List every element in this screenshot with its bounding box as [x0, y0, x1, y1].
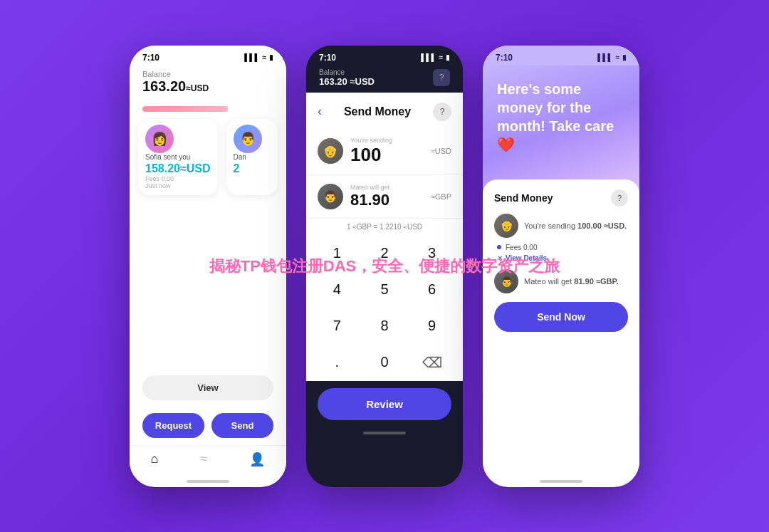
- phone2-time: 7:10: [319, 53, 336, 63]
- you-sending-label: You're sending: [350, 137, 424, 144]
- send-now-button[interactable]: Send Now: [494, 302, 628, 332]
- phone1-status-icons: ▌▌▌ ≈ ▮: [244, 53, 273, 61]
- send-money-title: Send Money: [344, 105, 411, 118]
- wifi-icon: ≈: [263, 53, 267, 61]
- phone3-help-button[interactable]: ?: [611, 189, 628, 207]
- phone3-status-bar: 7:10 ▌▌▌ ≈ ▮: [483, 46, 639, 66]
- phone2-title-bar: ‹ Send Money ?: [306, 93, 463, 128]
- phone1-bottom-btns: Request Send: [130, 406, 286, 445]
- phone3-screen-title: Send Money: [494, 192, 553, 204]
- battery-icon: ▮: [269, 53, 273, 61]
- phone2-home-indicator: [306, 427, 463, 439]
- phone2-status-bar: 7:10 ▌▌▌ ≈ ▮: [306, 46, 463, 66]
- phone2-balance-val: 163.20 ≈USD: [319, 76, 375, 87]
- p2-battery-icon: ▮: [446, 53, 450, 61]
- heart-icon: ❤️: [497, 137, 515, 152]
- key-dot[interactable]: .: [313, 344, 361, 381]
- p2-wifi-icon: ≈: [439, 53, 444, 61]
- phone-2: 7:10 ▌▌▌ ≈ ▮ Balance 163.20 ≈USD ? ‹ Sen…: [306, 46, 463, 487]
- phone1-progress-bar: [142, 106, 228, 112]
- phone2-subheader: Balance 163.20 ≈USD ?: [306, 66, 463, 93]
- phone-3: 7:10 ▌▌▌ ≈ ▮ Here's some money for the m…: [483, 46, 639, 487]
- key-2[interactable]: 2: [361, 235, 409, 271]
- confirm-receive-text: Mateo will get 81.90 ≈GBP.: [524, 277, 618, 286]
- phone2-help-btn[interactable]: ?: [433, 69, 450, 86]
- confirm-receive-row: 👨 Mateo will get 81.90 ≈GBP.: [494, 269, 628, 293]
- send-input-area: You're sending 100: [350, 137, 424, 166]
- phone3-status-icons: ▌▌▌ ≈ ▮: [597, 53, 627, 61]
- fee-dot-icon: [497, 245, 501, 249]
- confirm-header: Send Money ?: [494, 189, 628, 207]
- phone1-home-indicator: [130, 476, 286, 487]
- p3-wifi-icon: ≈: [616, 53, 620, 61]
- phone2-balance-label: Balance: [319, 68, 375, 76]
- sofia-amount: 158.20≈USD: [145, 162, 211, 175]
- home-nav-icon[interactable]: ⌂: [151, 452, 159, 467]
- key-3[interactable]: 3: [408, 235, 456, 271]
- phone1-status-bar: 7:10 ▌▌▌ ≈ ▮: [130, 46, 286, 66]
- key-9[interactable]: 9: [408, 308, 456, 344]
- confirm-sender-avatar: 👴: [494, 214, 518, 238]
- request-button[interactable]: Request: [142, 413, 204, 438]
- p3-battery-icon: ▮: [622, 53, 627, 61]
- p3-signal-icon: ▌▌▌: [597, 53, 612, 61]
- phone3-time: 7:10: [496, 53, 513, 63]
- tx-card-dan: 👨 Dan 2: [226, 119, 278, 195]
- key-4[interactable]: 4: [313, 271, 361, 308]
- confirm-send-row: 👴 You're sending 100.00 ≈USD.: [494, 214, 628, 238]
- phone1-time: 7:10: [142, 53, 159, 63]
- signal-icon: ▌▌▌: [244, 53, 259, 61]
- review-button[interactable]: Review: [318, 388, 451, 420]
- p2-signal-icon: ▌▌▌: [421, 53, 436, 61]
- numpad: 1 2 3 4 5 6 7 8 9 . 0 ⌫: [306, 235, 463, 381]
- sofia-fees: Fees 0.00: [145, 175, 211, 182]
- send-amount[interactable]: 100: [350, 144, 424, 166]
- phone1-view-btn[interactable]: View: [142, 375, 273, 400]
- tx-card-sofia: 👩 Sofia sent you 158.20≈USD Fees 0.00 Ju…: [138, 119, 218, 195]
- key-1[interactable]: 1: [313, 235, 361, 271]
- hero-text: Here's some money for the month! Take ca…: [497, 80, 625, 154]
- sender-avatar: 👴: [318, 138, 343, 164]
- profile-nav-icon[interactable]: 👤: [249, 452, 265, 467]
- key-0[interactable]: 0: [361, 344, 409, 381]
- view-details-label[interactable]: View Details: [506, 254, 547, 262]
- dan-amount: 2: [234, 162, 271, 175]
- confirm-send-text: You're sending 100.00 ≈USD.: [524, 221, 627, 230]
- exchange-nav-icon[interactable]: ≈: [200, 452, 207, 467]
- phone3-hero: Here's some money for the month! Take ca…: [483, 66, 639, 194]
- receive-amount: 81.90: [350, 191, 424, 209]
- sofia-name: Sofia sent you: [145, 153, 211, 161]
- view-details-row[interactable]: ✕ View Details: [494, 254, 628, 262]
- phone1-header: Balance 163.20≈USD: [130, 66, 286, 102]
- fees-text: Fees 0.00: [506, 244, 537, 251]
- key-6[interactable]: 6: [408, 271, 456, 308]
- help-button[interactable]: ?: [433, 103, 451, 121]
- phone2-status-icons: ▌▌▌ ≈ ▮: [421, 53, 450, 61]
- key-7[interactable]: 7: [313, 308, 361, 344]
- exchange-rate: 1 ≈GBP = 1.2210 ≈USD: [306, 219, 463, 235]
- dan-avatar: 👨: [234, 125, 262, 153]
- phone3-confirm: Send Money ? 👴 You're sending 100.00 ≈US…: [483, 179, 639, 476]
- receive-info: Mateo will get 81.90: [350, 184, 424, 209]
- sofia-time: Just now: [145, 182, 211, 189]
- key-delete[interactable]: ⌫: [408, 344, 456, 381]
- mateo-get-label: Mateo will get: [350, 184, 424, 191]
- back-button[interactable]: ‹: [318, 104, 322, 119]
- key-8[interactable]: 8: [361, 308, 409, 344]
- dan-name: Dan: [234, 153, 271, 161]
- phone3-home-indicator: [483, 476, 639, 487]
- sofia-avatar: 👩: [145, 125, 174, 153]
- phone1-balance-label: Balance: [142, 70, 273, 78]
- phone1-balance-amount: 163.20≈USD: [142, 78, 273, 95]
- confirm-receiver-avatar: 👨: [494, 269, 518, 293]
- receive-currency: ≈GBP: [431, 192, 451, 201]
- phone1-transactions: 👩 Sofia sent you 158.20≈USD Fees 0.00 Ju…: [130, 112, 286, 199]
- phone-1: 7:10 ▌▌▌ ≈ ▮ Balance 163.20≈USD 👩 Sofia …: [130, 46, 286, 487]
- receiver-avatar: 👨: [318, 184, 343, 209]
- receive-row: 👨 Mateo will get 81.90 ≈GBP: [306, 175, 463, 219]
- key-5[interactable]: 5: [361, 271, 409, 308]
- send-currency: ≈USD: [431, 147, 451, 155]
- send-row: 👴 You're sending 100 ≈USD: [318, 137, 451, 166]
- send-button[interactable]: Send: [211, 413, 273, 438]
- phone2-balance-info: Balance 163.20 ≈USD: [319, 68, 375, 87]
